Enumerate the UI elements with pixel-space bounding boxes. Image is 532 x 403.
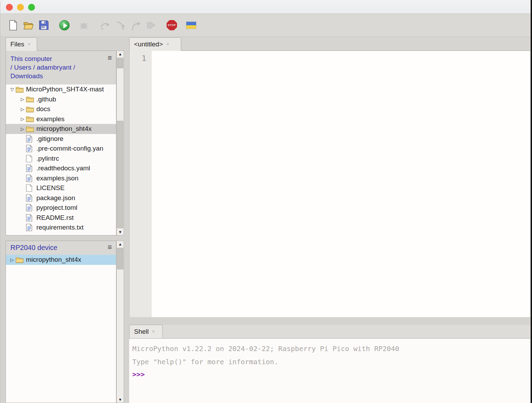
tree-item-label: examples	[36, 115, 64, 123]
tree-item[interactable]: ▷micropython_sht4x	[6, 255, 116, 265]
tree-item[interactable]: ▷docs	[6, 104, 116, 114]
scroll-down-icon[interactable]: ▼	[117, 229, 124, 235]
line-number: 1	[130, 54, 146, 63]
stop-sign-icon: STOP	[167, 20, 177, 30]
folder-icon	[26, 106, 34, 113]
device-menu-icon[interactable]: ≡	[108, 243, 112, 251]
stop-restart-button[interactable]: STOP	[167, 19, 177, 32]
step-over-icon	[99, 21, 110, 30]
tree-item-label: README.rst	[36, 214, 74, 222]
tree-item[interactable]: ▷.github	[6, 95, 116, 105]
device-scrollbar[interactable]: ▲ ▼	[116, 241, 124, 403]
tree-item[interactable]: README.rst	[6, 213, 116, 223]
disclosure-triangle-icon[interactable]: ▷	[19, 126, 26, 132]
new-file-icon	[9, 20, 17, 30]
tree-item-label: requirements.txt	[36, 224, 83, 231]
code-area[interactable]	[152, 51, 530, 317]
debug-bug-icon	[79, 20, 89, 30]
files-breadcrumb-header: This computer / Users / adambryant / Dow…	[6, 51, 116, 84]
disclosure-triangle-icon[interactable]: ▷	[19, 116, 26, 122]
scroll-up-icon[interactable]: ▲	[117, 51, 124, 57]
files-tab-label: Files	[10, 41, 24, 48]
folder-icon	[26, 116, 34, 122]
app-window: STOP Files × This computer / Users / ada…	[0, 0, 531, 403]
disclosure-triangle-icon[interactable]: ▽	[9, 87, 16, 92]
breadcrumb-line[interactable]: This computer	[10, 54, 104, 63]
tree-item-label: .github	[36, 96, 56, 103]
save-file-button[interactable]	[38, 19, 49, 32]
minimize-window-button[interactable]	[17, 4, 24, 11]
close-icon[interactable]: ×	[27, 41, 30, 47]
disclosure-triangle-icon[interactable]: ▷	[19, 97, 26, 102]
tree-item-label: .pylintrc	[36, 155, 59, 162]
files-tree: ▽MicroPython_SHT4X-mast▷.github▷docs▷exa…	[6, 84, 116, 233]
tree-item-label: docs	[36, 105, 50, 113]
file-icon	[26, 224, 34, 231]
tree-item[interactable]: .readthedocs.yaml	[6, 163, 116, 173]
tree-item[interactable]: LICENSE	[6, 183, 116, 193]
shell-output: MicroPython v1.22.2 on 2024-02-22; Raspb…	[132, 342, 530, 368]
tree-item-label: .pre-commit-config.yan	[36, 145, 103, 152]
ukraine-flag-icon	[186, 21, 196, 29]
files-menu-icon[interactable]: ≡	[108, 54, 112, 62]
shell-output-line: Type "help()" for more information.	[132, 355, 530, 368]
device-panel-header: RP2040 device ≡	[6, 241, 116, 255]
breadcrumb-line[interactable]: Downloads	[10, 72, 104, 80]
tree-item[interactable]: .pylintrc	[6, 154, 116, 164]
breadcrumb[interactable]: This computer / Users / adambryant / Dow…	[10, 54, 104, 80]
tree-item-label: MicroPython_SHT4X-mast	[26, 86, 104, 93]
zoom-window-button[interactable]	[28, 4, 35, 11]
tree-item-label: pyproject.toml	[36, 204, 77, 212]
scroll-up-icon[interactable]: ▲	[117, 241, 124, 247]
code-editor[interactable]: 1	[129, 51, 530, 317]
shell-prompt[interactable]: >>>	[132, 368, 530, 380]
tree-item[interactable]: pyproject.toml	[6, 203, 116, 213]
step-out-button	[131, 19, 141, 32]
files-tab[interactable]: Files ×	[6, 37, 37, 51]
close-icon[interactable]: ×	[166, 41, 169, 47]
disclosure-triangle-icon[interactable]: ▷	[19, 107, 26, 112]
folder-icon	[26, 126, 34, 132]
editor-tab-label: <untitled>	[134, 41, 163, 48]
run-script-button[interactable]	[59, 19, 70, 32]
disclosure-triangle-icon[interactable]: ▷	[9, 257, 16, 262]
scrollbar-thumb[interactable]	[117, 121, 123, 228]
device-tree: ▷micropython_sht4x	[6, 255, 116, 265]
folder-icon	[26, 96, 34, 102]
tree-item[interactable]: examples.json	[6, 173, 116, 183]
tree-item[interactable]: ▷examples	[6, 114, 116, 124]
shell-panel[interactable]: MicroPython v1.22.2 on 2024-02-22; Raspb…	[129, 338, 530, 403]
tree-item[interactable]: ▽MicroPython_SHT4X-mast	[6, 84, 116, 95]
close-icon[interactable]: ×	[152, 329, 155, 335]
line-number-gutter: 1	[130, 51, 152, 317]
folder-icon	[16, 86, 24, 93]
file-icon	[26, 145, 34, 152]
new-file-button[interactable]	[8, 19, 18, 32]
resume-button	[146, 19, 156, 32]
files-panel: This computer / Users / adambryant / Dow…	[6, 51, 116, 235]
breadcrumb-line[interactable]: / Users / adambryant /	[10, 63, 104, 72]
files-scrollbar[interactable]: ▲ ▼	[116, 51, 124, 235]
tree-item[interactable]: .gitignore	[6, 134, 116, 144]
scrollbar-thumb[interactable]	[117, 248, 123, 269]
scrollbar-thumb[interactable]	[117, 58, 123, 68]
device-panel: RP2040 device ≡ ▷micropython_sht4x	[6, 241, 116, 403]
file-icon	[26, 204, 34, 212]
shell-tab-strip	[129, 325, 530, 338]
editor-tab[interactable]: <untitled> ×	[129, 37, 181, 51]
tree-item[interactable]: requirements.txt	[6, 223, 116, 233]
step-out-icon	[131, 21, 141, 30]
ukraine-flag-button[interactable]	[186, 19, 196, 32]
close-window-button[interactable]	[6, 4, 13, 11]
shell-tab[interactable]: Shell ×	[129, 325, 163, 338]
open-file-button[interactable]	[23, 19, 34, 32]
save-floppy-icon	[39, 20, 48, 30]
tree-item[interactable]: ▷micropython_sht4x	[6, 124, 116, 134]
scroll-down-icon[interactable]: ▼	[117, 396, 124, 403]
file-icon	[26, 155, 34, 162]
file-icon	[26, 135, 34, 143]
shell-output-line: MicroPython v1.22.2 on 2024-02-22; Raspb…	[132, 342, 530, 355]
tree-item[interactable]: package.json	[6, 193, 116, 203]
file-icon	[26, 194, 34, 202]
tree-item[interactable]: .pre-commit-config.yan	[6, 144, 116, 154]
